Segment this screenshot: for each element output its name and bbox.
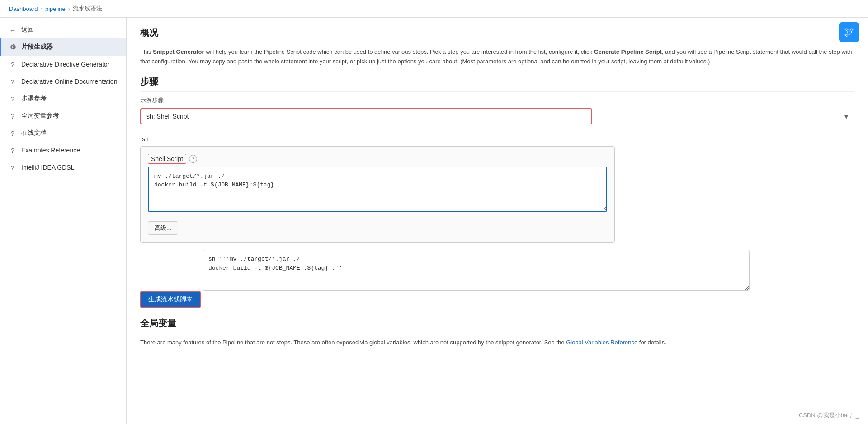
sidebar-label-global-vars: 全局变量参考 — [21, 112, 59, 120]
advanced-button[interactable]: 高级... — [148, 221, 178, 235]
breadcrumb-dashboard[interactable]: Dashboard — [9, 5, 38, 12]
sidebar-item-back[interactable]: ←返回 — [0, 21, 126, 38]
watermark: CSDN @我是小bail厂_ — [799, 411, 859, 419]
sidebar-item-global-vars[interactable]: ?全局变量参考 — [0, 107, 126, 124]
sidebar-icon-intellij-gdsl: ? — [9, 163, 17, 172]
sidebar-icon-declarative-directive: ? — [9, 60, 17, 68]
sidebar-label-declarative-directive: Declarative Directive Generator — [21, 61, 109, 68]
global-vars-section: 全局变量 There are many features of the Pipe… — [140, 317, 854, 348]
bird-logo: 🕊 — [839, 22, 859, 42]
sidebar-item-intellij-gdsl[interactable]: ?IntelliJ IDEA GDSL — [0, 159, 126, 176]
breadcrumb: Dashboard › pipeline › 流水线语法 — [0, 0, 868, 18]
steps-label: 示例步骤 — [140, 96, 854, 105]
sidebar-label-back: 返回 — [21, 26, 34, 34]
field-label: Shell Script — [148, 154, 186, 164]
generate-pipeline-button[interactable]: 生成流水线脚本 — [140, 291, 201, 308]
global-vars-link[interactable]: Global Variables Reference — [566, 339, 637, 346]
sidebar-item-examples-reference[interactable]: ?Examples Reference — [0, 142, 126, 159]
steps-dropdown[interactable]: sh: Shell Scriptbat: Windows Batch Scrip… — [140, 108, 592, 124]
sidebar-item-declarative-online[interactable]: ?Declarative Online Documentation — [0, 73, 126, 90]
main-content: 🕊 概况 This Snippet Generator will help yo… — [127, 18, 868, 424]
global-vars-text: There are many features of the Pipeline … — [140, 338, 854, 348]
sh-label: sh — [140, 135, 854, 143]
sidebar-label-declarative-online: Declarative Online Documentation — [21, 78, 117, 85]
sidebar-icon-declarative-online: ? — [9, 77, 17, 86]
sidebar-icon-snippet-generator: ⚙ — [9, 43, 17, 51]
chevron-down-icon: ▾ — [844, 112, 848, 120]
sidebar-icon-online-docs: ? — [9, 129, 17, 137]
steps-dropdown-wrapper: sh: Shell Scriptbat: Windows Batch Scrip… — [140, 108, 854, 124]
sidebar-icon-back: ← — [9, 26, 17, 34]
steps-section: 步骤 示例步骤 sh: Shell Scriptbat: Windows Bat… — [140, 76, 854, 124]
sidebar-item-snippet-generator[interactable]: ⚙片段生成器 — [0, 38, 126, 56]
sidebar: ←返回⚙片段生成器?Declarative Directive Generato… — [0, 18, 127, 424]
script-textarea[interactable]: mv ./target/*.jar ./ docker build -t ${J… — [148, 167, 607, 212]
sidebar-item-declarative-directive[interactable]: ?Declarative Directive Generator — [0, 56, 126, 73]
breadcrumb-pipeline[interactable]: pipeline — [45, 5, 66, 12]
sidebar-label-snippet-generator: 片段生成器 — [21, 43, 53, 51]
output-textarea[interactable]: sh '''mv ./target/*.jar ./ docker build … — [203, 250, 750, 291]
sidebar-icon-global-vars: ? — [9, 112, 17, 120]
sidebar-label-intellij-gdsl: IntelliJ IDEA GDSL — [21, 164, 75, 171]
form-box: Shell Script ? mv ./target/*.jar ./ dock… — [140, 146, 615, 243]
main-title: 概况 — [140, 27, 854, 43]
sidebar-item-steps-reference[interactable]: ?步骤参考 — [0, 90, 126, 107]
sidebar-label-examples-reference: Examples Reference — [21, 147, 80, 154]
sidebar-label-steps-reference: 步骤参考 — [21, 95, 47, 103]
sidebar-icon-examples-reference: ? — [9, 146, 17, 154]
breadcrumb-current: 流水线语法 — [73, 5, 102, 13]
sidebar-item-online-docs[interactable]: ?在线文档 — [0, 124, 126, 142]
field-row: Shell Script ? mv ./target/*.jar ./ dock… — [148, 154, 607, 213]
sidebar-label-online-docs: 在线文档 — [21, 129, 47, 137]
sidebar-icon-steps-reference: ? — [9, 95, 17, 103]
help-icon[interactable]: ? — [189, 155, 197, 163]
intro-text: This Snippet Generator will help you lea… — [140, 48, 854, 67]
steps-title: 步骤 — [140, 76, 854, 92]
global-vars-title: 全局变量 — [140, 317, 854, 333]
